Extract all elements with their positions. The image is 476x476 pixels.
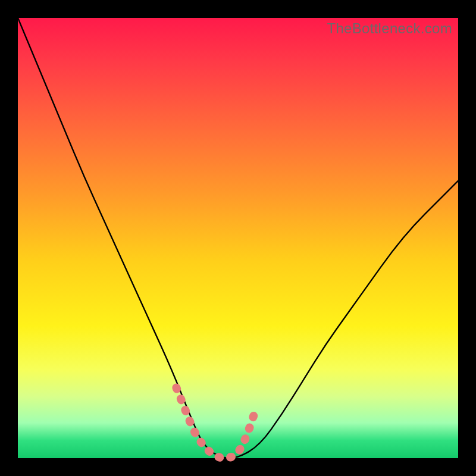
bottleneck-curve (18, 18, 458, 458)
chart-frame: TheBottleneck.com (0, 0, 476, 476)
optimal-range-highlight (176, 388, 255, 458)
plot-area: TheBottleneck.com (18, 18, 458, 458)
chart-svg (18, 18, 458, 458)
